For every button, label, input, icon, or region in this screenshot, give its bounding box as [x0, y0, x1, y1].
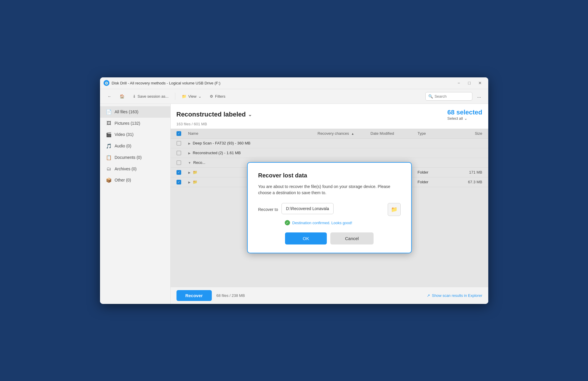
view-button[interactable]: 📁 View ⌄ [179, 92, 204, 100]
browse-folder-button[interactable]: 📁 [388, 203, 401, 216]
destination-select[interactable]: D:\Recovered Lonavala [281, 203, 334, 214]
show-explorer-label: Show scan results in Explorer [432, 293, 482, 298]
sidebar-item-other[interactable]: 📦 Other (0) [100, 174, 170, 186]
bottom-bar: Recover 68 files / 238 MB ↗ Show scan re… [171, 287, 488, 304]
select-all-chevron-icon: ⌄ [464, 116, 467, 121]
modal-title: Recover lost data [258, 172, 401, 179]
sidebar-item-archives-label: Archives (0) [115, 167, 137, 171]
sidebar-item-video-label: Video (31) [115, 132, 134, 137]
back-button[interactable]: ← [105, 92, 114, 100]
sidebar-item-video[interactable]: 🎬 Video (31) [100, 129, 170, 140]
filters-icon: ⚙ [210, 94, 213, 99]
save-session-button[interactable]: ⇓ Save session as... [130, 92, 172, 100]
recover-button[interactable]: Recover [176, 290, 212, 301]
external-link-icon: ↗ [427, 293, 430, 298]
audio-icon: 🎵 [106, 143, 112, 149]
minimize-button[interactable]: − [454, 79, 464, 87]
content-subtitle: 163 files / 601 MB [176, 122, 482, 126]
filters-button[interactable]: ⚙ Filters [207, 92, 228, 100]
modal-buttons: OK Cancel [258, 232, 401, 244]
status-text: Destination confirmed. Looks good! [292, 221, 352, 225]
select-all-button[interactable]: Select all ⌄ [447, 116, 482, 121]
video-icon: 🎬 [106, 132, 112, 137]
pictures-icon: 🖼 [106, 121, 112, 126]
back-icon: ← [108, 94, 111, 99]
toolbar: ← 🏠 ⇓ Save session as... 📁 View ⌄ ⚙ Filt… [100, 89, 488, 104]
sidebar-item-audio-label: Audio (0) [115, 144, 131, 148]
view-label: View [188, 94, 196, 99]
main-layout: 📄 All files (163) 🖼 Pictures (132) 🎬 Vid… [100, 104, 488, 304]
sidebar-item-all-files-label: All files (163) [115, 109, 139, 114]
sidebar-item-pictures[interactable]: 🖼 Pictures (132) [100, 118, 170, 129]
title-chevron-icon[interactable]: ⌄ [248, 112, 252, 117]
title-row: Reconstructed labeled ⌄ 68 selected Sele… [176, 109, 482, 121]
separator [175, 93, 175, 100]
documents-icon: 📋 [106, 155, 112, 160]
content-body: ✓ Name Recovery chances ▲ Date Modified … [171, 129, 488, 287]
selection-info: 68 selected Select all ⌄ [447, 109, 482, 121]
sidebar: 📄 All files (163) 🖼 Pictures (132) 🎬 Vid… [100, 104, 171, 304]
all-files-icon: 📄 [106, 109, 112, 115]
selected-count: 68 selected [447, 109, 482, 116]
content-title-wrapper: Reconstructed labeled ⌄ [176, 111, 252, 118]
chevron-down-icon: ⌄ [198, 94, 201, 99]
search-icon: 🔍 [428, 94, 433, 99]
modal-cancel-button[interactable]: Cancel [330, 232, 374, 244]
modal-ok-button[interactable]: OK [285, 232, 327, 244]
more-icon: ... [477, 94, 481, 99]
archives-icon: 🗂 [106, 166, 112, 172]
sidebar-item-documents[interactable]: 📋 Documents (0) [100, 152, 170, 163]
window-controls: − □ ✕ [454, 79, 485, 87]
folder-browse-icon: 📁 [391, 206, 397, 213]
other-icon: 📦 [106, 177, 112, 183]
status-check-icon: ✓ [285, 220, 290, 225]
modal-overlay: Recover lost data You are about to recov… [171, 129, 488, 287]
save-icon: ⇓ [133, 94, 136, 99]
modal-recover-to-field: Recover to D:\Recovered Lonavala ⌄ 📁 [258, 203, 401, 216]
content-title-text: Reconstructed labeled [176, 111, 246, 118]
titlebar: 💿 Disk Drill - All recovery methods - Lo… [100, 77, 488, 89]
window-title: Disk Drill - All recovery methods - Logi… [112, 81, 454, 85]
filters-label: Filters [215, 94, 225, 99]
sidebar-item-audio[interactable]: 🎵 Audio (0) [100, 140, 170, 152]
more-button[interactable]: ... [475, 92, 483, 101]
show-explorer-link[interactable]: ↗ Show scan results in Explorer [427, 293, 482, 298]
destination-select-wrap: D:\Recovered Lonavala ⌄ 📁 [281, 203, 400, 216]
modal-description: You are about to recover the file(s) fou… [258, 184, 401, 196]
recover-to-label: Recover to [258, 207, 278, 212]
files-info: 68 files / 238 MB [216, 293, 245, 298]
sidebar-item-pictures-label: Pictures (132) [115, 121, 140, 126]
select-all-label: Select all [447, 116, 463, 121]
home-button[interactable]: 🏠 [117, 92, 127, 100]
view-icon: 📁 [182, 94, 186, 99]
app-icon: 💿 [104, 80, 109, 86]
close-button[interactable]: ✕ [475, 79, 485, 87]
content-header: Reconstructed labeled ⌄ 68 selected Sele… [171, 104, 488, 129]
content-area: Reconstructed labeled ⌄ 68 selected Sele… [171, 104, 488, 304]
maximize-button[interactable]: □ [465, 79, 474, 87]
save-label: Save session as... [138, 94, 169, 99]
sidebar-item-other-label: Other (0) [115, 178, 131, 182]
sidebar-item-archives[interactable]: 🗂 Archives (0) [100, 163, 170, 174]
sidebar-item-all-files[interactable]: 📄 All files (163) [100, 106, 170, 118]
home-icon: 🏠 [120, 94, 124, 99]
search-wrapper: 🔍 [425, 92, 472, 101]
recover-dialog: Recover lost data You are about to recov… [247, 162, 412, 253]
select-container: D:\Recovered Lonavala ⌄ [281, 203, 385, 216]
sidebar-item-documents-label: Documents (0) [115, 155, 142, 160]
modal-status: ✓ Destination confirmed. Looks good! [258, 220, 401, 225]
